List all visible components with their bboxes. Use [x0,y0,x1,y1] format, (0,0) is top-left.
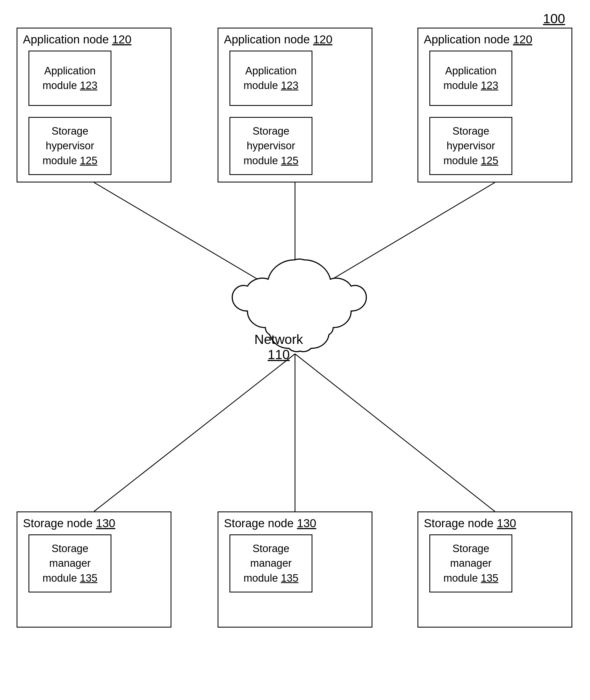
app-module-3: Applicationmodule 123 [429,51,512,106]
app-node-2: Application node 120 Applicationmodule 1… [218,28,372,183]
storage-node-1: Storage node 130 Storagemanagermodule 13… [17,511,172,627]
app-node-1-label: Application node 120 [23,33,131,46]
storage-manager-2: Storagemanagermodule 135 [229,534,312,592]
storage-node-1-label: Storage node 130 [23,517,115,530]
storage-manager-3: Storagemanagermodule 135 [429,534,512,592]
app-module-1: Applicationmodule 123 [28,51,111,106]
storage-node-3-label: Storage node 130 [424,517,516,530]
storage-node-3: Storage node 130 Storagemanagermodule 13… [417,511,572,627]
storage-hyp-3: Storagehypervisormodule 125 [429,117,512,175]
svg-line-3 [94,354,295,511]
storage-manager-1: Storagemanagermodule 135 [28,534,111,592]
diagram-ref: 100 [543,11,565,26]
storage-node-2: Storage node 130 Storagemanagermodule 13… [218,511,372,627]
app-node-3-label: Application node 120 [424,33,532,46]
storage-hyp-2: Storagehypervisormodule 125 [229,117,312,175]
diagram: 100 Application node 120 Applicationmodu… [0,0,590,700]
app-node-1: Application node 120 Applicationmodule 1… [17,28,172,183]
network-label: Network110 [254,332,303,362]
storage-node-2-label: Storage node 130 [224,517,316,530]
svg-line-5 [295,354,495,511]
app-node-3: Application node 120 Applicationmodule 1… [417,28,572,183]
app-module-2: Applicationmodule 123 [229,51,312,106]
app-node-2-label: Application node 120 [224,33,332,46]
storage-hyp-1: Storagehypervisormodule 125 [28,117,111,175]
